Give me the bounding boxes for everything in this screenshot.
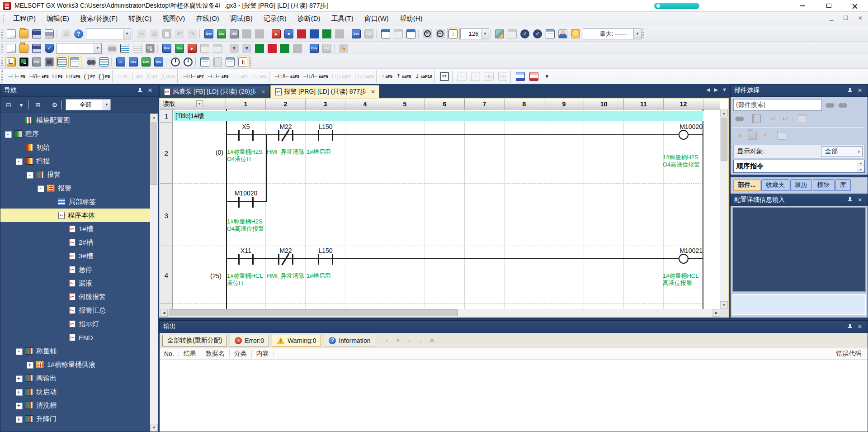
menu-item[interactable]: 诊断(D) [292,12,326,26]
menu-item[interactable]: 帮助(H) [394,12,428,26]
close-icon[interactable]: ✕ [146,87,154,94]
window-cascade[interactable]: ▼ [380,28,392,40]
watch-window[interactable]: ▼ [115,56,127,68]
device-find-disabled[interactable]: ▼ [334,28,346,40]
tree-item[interactable]: + 升降门 [0,412,150,426]
tree-item[interactable]: 局部标签 [0,195,150,209]
device-list-off[interactable]: ▼ [132,43,144,54]
open-project[interactable]: ▼ [19,28,30,40]
contact-l150[interactable] [318,254,333,265]
scrollbar-thumb[interactable] [151,122,157,185]
horizontal-line[interactable]: ─F9▼ [116,70,129,83]
project-verify[interactable]: ▼ [61,28,72,40]
tree-item[interactable]: - 扫描 [0,154,150,168]
monitor-stop[interactable]: ▼ [283,28,295,40]
device-comment[interactable]: ▼ [128,56,140,68]
rising-pulse-close-branch[interactable]: ⊔↑/saF7▼ [330,70,352,83]
ladder-horizontal-scrollbar[interactable]: ◀ ▶ [160,309,720,317]
element-selection-tab[interactable]: 收藏夹 [761,179,789,191]
close-icon[interactable]: ✕ [856,323,864,330]
falling-pulse-close[interactable]: ⊣↓/⊢saF6▼ [302,70,329,83]
redo[interactable]: ▼ [187,28,198,40]
clock-setting[interactable]: ▼ [170,56,182,68]
next-message[interactable]: ↓ [415,336,425,346]
help[interactable]: ▼ [73,28,85,40]
ladder-canvas[interactable]: 1 2 3 4 [Title]1#槽 [160,109,720,309]
output-message-list[interactable] [160,360,868,432]
device-grid[interactable]: ▼ [545,28,557,40]
tree-expander[interactable]: - [38,185,47,191]
close-button[interactable] [842,0,868,11]
tab-fengnangbeng[interactable]: 风囊泵 [FB] [LD] (只读) (28)步 ✕ [159,85,269,98]
menu-item[interactable]: 搜索/替换(F) [75,12,123,26]
rising-pulse-close[interactable]: ⊣↑/⊢saF5▼ [273,70,301,83]
pin-icon[interactable] [136,87,144,94]
tree-item[interactable]: - 称量桶 [0,344,150,358]
ladder-block-color[interactable]: ▼ [528,70,541,83]
tree-item[interactable]: + 1#槽称量桶供液 [0,358,150,371]
pulse-conversion[interactable]: ⇡caF5▼ [395,70,412,83]
element-selection-tab[interactable]: 模块 [813,179,835,191]
instruction-category-field[interactable]: 顺序指令 ▲▼ [733,160,865,173]
favorite-folder[interactable] [746,129,758,141]
delete-horizontal-line[interactable]: ╳cF9▼ [145,70,159,83]
tree-filter-combo[interactable]: 全部▼ [66,99,111,110]
zoom-in[interactable]: ▼ [422,28,434,40]
previous-message[interactable]: ↑ [404,336,414,346]
information-filter-button[interactable]: Information [324,335,375,347]
find-red[interactable]: ▼ [267,43,278,54]
toolbar-overflow[interactable]: ▾▼ [542,70,553,83]
contact-x11[interactable] [238,254,254,265]
tab-close-icon[interactable]: ✕ [371,89,375,95]
device-monitor[interactable]: ▼ [351,28,363,40]
tree-expander[interactable]: + [16,416,25,422]
label-editor[interactable]: ▼ [69,56,81,68]
read-from-plc[interactable]: ▼ [216,28,228,40]
navigation-scrollbar[interactable]: ▲ ▼ [150,114,158,432]
module-configuration[interactable]: ▼ [31,56,43,68]
find-off[interactable]: ▼ [292,43,304,54]
monitor-start[interactable]: ▼ [271,28,283,40]
filter-display[interactable] [776,129,788,141]
device-dev-window-off[interactable]: ▼ [321,43,333,54]
zoom-out[interactable]: ▼ [435,28,447,40]
copy-message[interactable]: ⧉ [427,336,437,346]
tree-expander[interactable]: - [27,172,36,178]
contact-l150[interactable] [318,130,333,141]
delete-vertical-line[interactable]: ╳cF10▼ [160,70,176,83]
new-data[interactable]: ▼ [6,43,18,54]
cross-reference-window[interactable]: ▼ [86,56,98,68]
falling-pulse[interactable]: ⊣↓⊢sF8▼ [206,70,230,83]
contact-m10020[interactable] [238,197,254,208]
pin-message[interactable]: ▫ [382,336,392,346]
pin-icon[interactable] [846,87,854,94]
tree-item[interactable]: 1#槽 [0,222,150,236]
tab-scroll-right-icon[interactable]: ▶ [714,87,718,93]
verify-with-plc[interactable]: ▼ [229,28,241,40]
menu-item[interactable]: 窗口(W) [359,12,394,26]
detail-input-field[interactable] [732,294,866,315]
menu-item[interactable]: 调试(B) [225,12,258,26]
tree-collapse-all[interactable]: ⊞▼ [32,99,44,111]
coil-m10021[interactable] [679,254,689,264]
save-data[interactable]: ▼ [31,43,43,54]
open-data[interactable]: ▼ [19,43,30,54]
contact-m22-nc[interactable] [278,254,293,265]
convert-all-button[interactable]: 全部转换(重新分配) [162,335,227,347]
alarm-lamp[interactable]: ▼ [570,28,582,40]
ladder-block-display[interactable]: ▼ [514,70,527,83]
find-element[interactable] [734,113,745,124]
ladder-jump[interactable]: ▼ [497,70,509,83]
vertical-line[interactable]: │sF9▼ [130,70,144,83]
coil[interactable]: ( )F7▼ [83,70,97,83]
copy[interactable]: ▼ [149,28,160,40]
element-selection-tab[interactable]: 库 [835,179,851,191]
application-instruction[interactable]: { }F8▼ [97,70,111,83]
tree-item[interactable]: - 程序 [0,127,150,141]
close-branch[interactable]: ⊔/sF6▼ [65,70,81,83]
device-find-red[interactable]: ▼ [296,28,308,40]
bookmark-red[interactable]: ▼ [229,43,241,54]
warning-filter-button[interactable]: Warning:0 [272,335,321,347]
navigation-window[interactable]: ▼ [6,56,18,68]
device-find-green[interactable]: ▼ [321,28,333,40]
